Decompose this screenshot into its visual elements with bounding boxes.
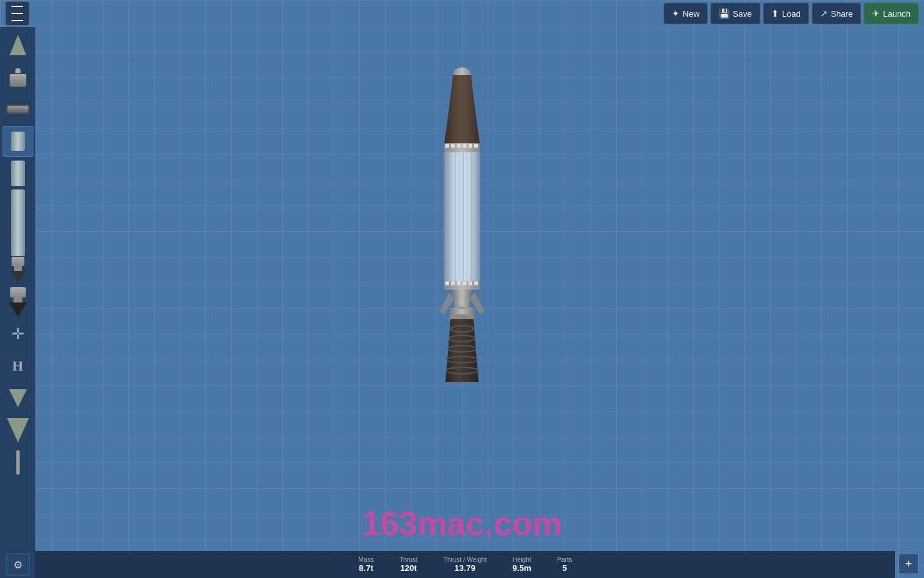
separator-icon [8, 106, 28, 112]
fin-large-icon [7, 418, 29, 442]
svg-rect-19 [451, 281, 455, 285]
mass-label: Mass [359, 556, 374, 563]
toolbar: ✦ New 💾 Save ⬆ Load ↗ Share ✈ Launch [0, 0, 924, 27]
cross-icon: ✛ [12, 326, 24, 342]
bottom-left-buttons: ⚙ [0, 551, 35, 578]
stat-thrust: Thrust 120t [399, 556, 417, 573]
sidebar-item-tank-large[interactable] [3, 190, 33, 221]
nose-cone-icon [10, 35, 26, 55]
tank-large-icon [11, 189, 25, 222]
sidebar-item-cross[interactable]: ✛ [3, 319, 33, 349]
tw-value: 13.79 [454, 563, 475, 573]
share-button[interactable]: ↗ Share [812, 3, 862, 24]
stat-tw: Thrust / Weight 13.79 [443, 556, 487, 573]
svg-rect-2 [445, 144, 449, 148]
sidebar-item-separator[interactable] [3, 94, 33, 125]
launch-button[interactable]: ✈ Launch [864, 3, 919, 24]
sidebar-item-h[interactable]: H [3, 351, 33, 381]
new-icon: ✦ [672, 8, 680, 19]
add-button[interactable]: + [898, 554, 919, 574]
parts-label: Parts [557, 556, 572, 563]
save-icon: 💾 [719, 8, 730, 19]
thrust-value: 120t [400, 563, 417, 573]
h-icon: H [12, 359, 23, 373]
launch-label: Launch [883, 9, 911, 19]
sidebar-item-strut[interactable] [3, 447, 33, 478]
rocket-svg [398, 42, 526, 440]
svg-rect-18 [445, 281, 449, 285]
sidebar-item-tank-xlarge[interactable] [3, 222, 33, 253]
stat-mass: Mass 8.7t [359, 556, 374, 573]
sidebar-item-tank-small[interactable] [3, 126, 33, 157]
svg-rect-4 [457, 144, 461, 148]
save-button[interactable]: 💾 Save [710, 3, 760, 24]
sidebar-item-capsule[interactable] [3, 62, 33, 92]
svg-rect-22 [468, 281, 472, 285]
engine-small-icon [10, 257, 26, 283]
svg-rect-20 [457, 281, 461, 285]
rocket-container [398, 32, 526, 450]
stat-parts: Parts 5 [557, 556, 572, 573]
tank-small-icon [11, 132, 25, 151]
new-button[interactable]: ✦ New [663, 3, 708, 24]
parts-value: 5 [562, 563, 567, 573]
load-label: Load [782, 9, 801, 19]
watermark: 163mac.com [362, 504, 562, 543]
sidebar-item-engine-large[interactable] [3, 286, 33, 317]
share-label: Share [831, 9, 853, 19]
capsule-icon [10, 68, 26, 87]
new-label: New [683, 9, 699, 19]
mass-value: 8.7t [359, 563, 373, 573]
height-label: Height [513, 556, 531, 563]
thrust-label: Thrust [399, 556, 417, 563]
share-icon: ↗ [820, 8, 828, 19]
tw-label: Thrust / Weight [443, 556, 487, 563]
engine-large-icon [9, 287, 27, 317]
svg-rect-23 [474, 281, 478, 285]
sidebar-item-fin-large[interactable] [3, 415, 33, 446]
settings-button[interactable]: ⚙ [6, 554, 30, 575]
tank-med-icon [11, 161, 25, 186]
svg-rect-3 [451, 144, 455, 148]
strut-icon [16, 450, 20, 475]
height-value: 9.5m [512, 563, 531, 573]
stats-bar: Mass 8.7t Thrust 120t Thrust / Weight 13… [35, 551, 895, 578]
menu-button[interactable] [5, 1, 30, 26]
load-button[interactable]: ⬆ Load [763, 3, 809, 24]
save-label: Save [733, 9, 752, 19]
svg-rect-21 [463, 281, 466, 285]
svg-rect-7 [474, 144, 478, 148]
svg-rect-5 [463, 144, 466, 148]
tank-xlarge-icon [11, 219, 25, 256]
sidebar: ✛ H [0, 27, 35, 551]
sidebar-item-engine-small[interactable] [3, 254, 33, 285]
launch-icon: ✈ [872, 8, 880, 19]
sidebar-item-nose-cone[interactable] [3, 30, 33, 60]
load-icon: ⬆ [771, 8, 779, 19]
svg-rect-6 [468, 144, 472, 148]
fin-small-icon [9, 389, 27, 407]
sidebar-item-fin-small[interactable] [3, 383, 33, 414]
stat-height: Height 9.5m [512, 556, 531, 573]
sidebar-item-tank-med[interactable] [3, 158, 33, 189]
